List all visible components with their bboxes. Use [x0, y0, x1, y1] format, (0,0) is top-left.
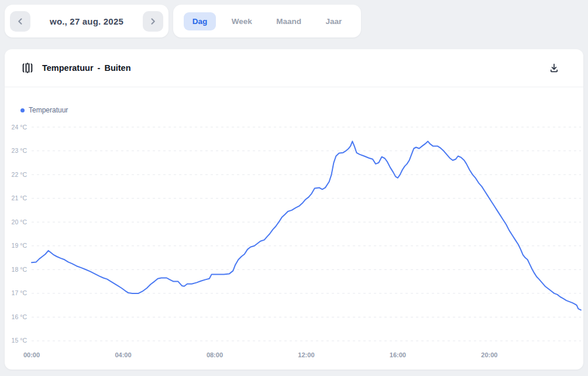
- tab-week[interactable]: Week: [223, 12, 261, 30]
- download-button[interactable]: [546, 60, 562, 76]
- date-navigator: wo., 27 aug. 2025: [5, 5, 169, 37]
- y-axis-label: 15 °C: [12, 337, 27, 344]
- tab-jaar[interactable]: Jaar: [317, 12, 350, 30]
- current-date-label: wo., 27 aug. 2025: [30, 16, 143, 26]
- download-icon: [548, 62, 560, 74]
- card-header: Temperatuur - Buiten: [5, 49, 583, 87]
- legend-dot: [20, 108, 25, 112]
- x-axis-label: 20:00: [481, 351, 497, 358]
- y-axis-label: 20 °C: [12, 218, 27, 225]
- title-separator: -: [98, 63, 101, 73]
- previous-day-button[interactable]: [10, 11, 30, 32]
- x-axis-label: 08:00: [207, 351, 223, 358]
- tab-dag[interactable]: Dag: [184, 12, 216, 30]
- legend-label: Temperatuur: [29, 106, 68, 114]
- y-axis-label: 22 °C: [12, 171, 27, 178]
- y-axis-label: 18 °C: [12, 266, 27, 273]
- header-divider: [5, 87, 583, 87]
- y-axis-label: 24 °C: [12, 124, 27, 131]
- y-axis-label: 21 °C: [12, 194, 27, 201]
- radiator-icon: [21, 61, 34, 74]
- chevron-right-icon: [149, 17, 157, 26]
- chart-legend: Temperatuur: [20, 106, 68, 114]
- temperature-card: Temperatuur - Buiten Temperatuur 24 °C23…: [5, 49, 583, 370]
- y-axis-label: 19 °C: [12, 242, 27, 249]
- y-axis-label: 17 °C: [12, 289, 27, 296]
- tab-maand[interactable]: Maand: [267, 12, 310, 30]
- y-axis-label: 16 °C: [12, 313, 27, 320]
- x-axis-label: 16:00: [390, 351, 406, 358]
- y-axis-label: 23 °C: [12, 147, 27, 154]
- x-axis-label: 00:00: [23, 351, 40, 358]
- card-title: Temperatuur: [42, 63, 94, 73]
- temperature-chart[interactable]: 24 °C23 °C22 °C21 °C20 °C19 °C18 °C17 °C…: [5, 119, 583, 365]
- x-axis-label: 04:00: [115, 351, 131, 358]
- chevron-left-icon: [16, 17, 25, 26]
- range-tabs: Dag Week Maand Jaar: [173, 5, 361, 37]
- x-axis-label: 12:00: [298, 351, 314, 358]
- app-root: { "toolbar": { "date_label": "wo., 27 au…: [0, 0, 588, 376]
- temperature-line: [32, 141, 581, 310]
- next-day-button[interactable]: [143, 11, 163, 32]
- card-subtitle: Buiten: [104, 63, 130, 73]
